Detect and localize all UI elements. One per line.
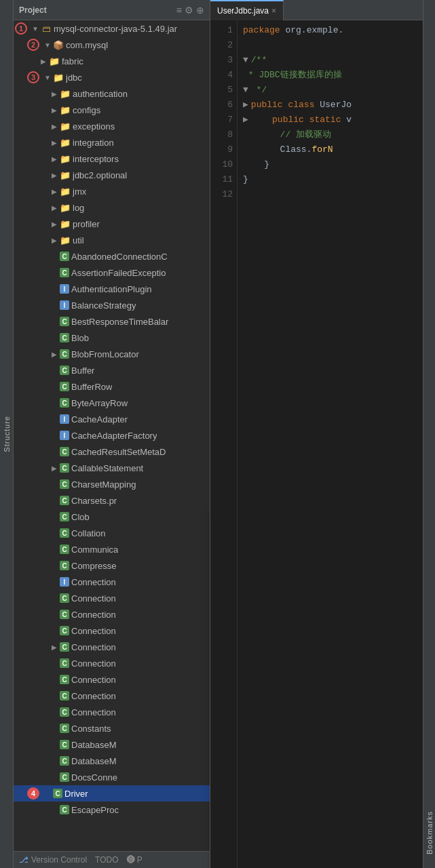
folder-fabric-icon: 📁 [49,56,60,66]
code-line-4: * JDBC链接数据库的操 [243,68,417,83]
problems-tab[interactable]: ⓿ P [127,855,143,865]
list-item[interactable]: C AbandonedConnectionC [14,248,210,264]
list-item[interactable]: C CharsetMapping [14,476,210,492]
list-item[interactable]: C DatabaseM [14,736,210,753]
tab-close-icon[interactable]: × [271,6,276,16]
chevron-commysql: ▼ [42,39,53,50]
tree-item-jdbc[interactable]: 3 ▼ 📁 jdbc [14,69,210,85]
editor-panel: UserJdbc.java × 1 2 3 4 5 6 7 8 9 10 11 … [210,0,423,868]
list-item[interactable]: C Connection [14,623,210,639]
main-container: Project ≡ ⚙ ⊕ 1 ▼ 🗃 mysql-connector-java… [14,0,435,868]
list-item[interactable]: ▶ C BlobFromLocator [14,346,210,362]
header-icon-add[interactable]: ⊕ [196,5,204,16]
list-item[interactable]: C Connection [14,655,210,671]
list-item[interactable]: C Communica [14,541,210,557]
bookmarks-label: Bookmarks [425,811,434,854]
list-item[interactable]: ▶ C Connection [14,639,210,655]
list-item[interactable]: C Charsets.pr [14,492,210,509]
class-icon: C [60,317,69,326]
list-item[interactable]: C Connection [14,590,210,606]
tree-item-integration[interactable]: ▶ 📁 integration [14,134,210,151]
tree-item-interceptors[interactable]: ▶ 📁 interceptors [14,151,210,167]
profiler-label: profiler [73,219,100,229]
tree-container[interactable]: 1 ▼ 🗃 mysql-connector-java-5.1.49.jar 2 … [14,20,210,868]
class-icon: C [60,593,69,603]
problems-label: ⓿ P [127,855,143,865]
folder-jdbc-icon: 📁 [53,72,64,83]
folder-log-icon: 📁 [60,202,71,213]
tree-item-configs[interactable]: ▶ 📁 configs [14,102,210,118]
list-item[interactable]: I AuthenticationPlugin [14,281,210,297]
chevron-profiler: ▶ [49,218,60,229]
tree-item-jar[interactable]: 1 ▼ 🗃 mysql-connector-java-5.1.49.jar [14,20,210,37]
list-item[interactable]: C CachedResultSetMetaD [14,443,210,460]
code-line-11: } [243,172,417,187]
list-item[interactable]: ▶ C CallableStatement [14,460,210,476]
class-icon: C [60,772,69,782]
list-item[interactable]: C Buffer [14,362,210,378]
list-item[interactable]: C Connection [14,688,210,704]
pkg-icon: 📦 [53,39,64,50]
list-item[interactable]: C Constants [14,720,210,736]
list-item[interactable]: C AssertionFailedExceptio [14,264,210,281]
list-item[interactable]: C Connection [14,704,210,720]
structure-tab-label: Structure [3,416,11,452]
tree-item-log[interactable]: ▶ 📁 log [14,199,210,216]
folder-interceptors-icon: 📁 [60,153,71,164]
tab-userjdbc[interactable]: UserJdbc.java × [210,0,284,20]
list-item[interactable]: C Collation [14,525,210,541]
class-icon: C [60,561,69,570]
class-icon: C [60,528,69,538]
code-line-9: Class.forN [243,142,417,157]
structure-tab[interactable]: Structure [0,0,14,868]
editor-tabs: UserJdbc.java × [210,0,423,20]
code-content[interactable]: package org.exmple. ▼ /** * JDBC链接数据库的操 … [238,20,423,868]
folder-profiler-icon: 📁 [60,218,71,229]
list-item[interactable]: C Connection [14,671,210,688]
tree-item-fabric[interactable]: ▶ 📁 fabric [14,53,210,69]
bookmarks-tab[interactable]: Bookmarks [423,0,435,868]
list-item[interactable]: C BestResponseTimeBalar [14,313,210,330]
class-icon: C [60,545,69,554]
todo-tab[interactable]: TODO [95,855,118,865]
tree-item-util[interactable]: ▶ 📁 util [14,232,210,248]
tree-item-auth[interactable]: ▶ 📁 authentication [14,85,210,102]
tree-item-jdbc2[interactable]: ▶ 📁 jdbc2.optional [14,167,210,183]
chevron-integration: ▶ [49,137,60,148]
list-item[interactable]: I Connection [14,574,210,590]
tree-item-driver[interactable]: 4 C Driver [14,785,210,802]
list-item[interactable]: C Connection [14,606,210,623]
jmx-label: jmx [73,186,86,197]
list-item[interactable]: C BufferRow [14,378,210,395]
list-item[interactable]: C DatabaseM [14,753,210,769]
tree-item-jmx[interactable]: ▶ 📁 jmx [14,183,210,199]
version-control-tab[interactable]: ⎇ Version Control [19,855,87,865]
list-item[interactable]: C ByteArrayRow [14,395,210,411]
tree-item-exceptions[interactable]: ▶ 📁 exceptions [14,118,210,134]
list-item[interactable]: C Compresse [14,557,210,574]
chevron-util: ▶ [49,235,60,245]
header-icon-settings[interactable]: ⚙ [185,5,193,16]
interface-icon: I [60,577,69,587]
chevron-configs: ▶ [49,104,60,115]
jar-icon: 🗃 [41,23,52,34]
class-icon: C [60,512,69,521]
panel-header: Project ≡ ⚙ ⊕ [14,0,210,20]
code-line-10: } [243,157,417,172]
list-item[interactable]: I BalanceStrategy [14,297,210,313]
folder-auth-icon: 📁 [60,88,71,99]
class-icon: C [60,805,69,814]
chevron-auth: ▶ [49,88,60,99]
list-item[interactable]: C EscapeProc [14,802,210,818]
list-item[interactable]: C DocsConne [14,769,210,785]
header-icon-menu[interactable]: ≡ [176,5,182,16]
list-item[interactable]: I CacheAdapterFactory [14,427,210,443]
folder-exceptions-icon: 📁 [60,121,71,132]
tree-item-commysql[interactable]: 2 ▼ 📦 com.mysql [14,37,210,53]
tree-item-profiler[interactable]: ▶ 📁 profiler [14,216,210,232]
list-item[interactable]: C Blob [14,330,210,346]
code-area: 1 2 3 4 5 6 7 8 9 10 11 12 package org.e… [210,20,423,868]
list-item[interactable]: I CacheAdapter [14,411,210,427]
list-item[interactable]: C Clob [14,509,210,525]
folder-jmx-icon: 📁 [60,186,71,197]
